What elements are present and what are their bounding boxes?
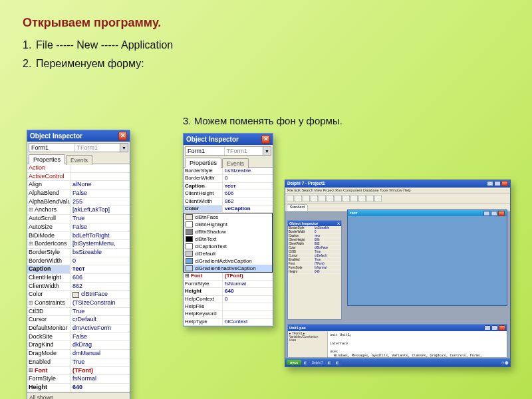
property-value[interactable]: bsSizeable [70,249,130,257]
property-value[interactable]: тест [222,183,273,190]
ide-toolbar[interactable] [285,194,510,203]
taskbar-item[interactable]: ◧ [334,360,341,365]
property-value[interactable]: crDefault [70,316,130,324]
property-row[interactable]: BorderStylebsSizeable [27,249,130,257]
property-value[interactable]: fsNormal [70,375,130,383]
property-value[interactable]: 862 [313,242,341,245]
property-value[interactable]: 255 [70,198,130,206]
ide-titlebar[interactable]: Delphi 7 - Project1 [285,180,510,188]
property-row[interactable]: Captionтест [184,183,273,190]
property-value[interactable]: fsNormal [313,266,341,269]
maximize-icon[interactable] [494,181,501,186]
property-row[interactable]: AlphaBlendValue255 [27,198,130,207]
property-value[interactable]: bsSizeable [313,226,341,229]
property-value[interactable]: veCaption [222,205,273,212]
property-value[interactable]: alNone [70,181,130,189]
color-option[interactable]: clCaptionText [184,243,272,250]
property-row[interactable]: Ctl3DTrue [27,308,130,317]
property-row[interactable]: DefaultMonitordmActiveForm [27,325,130,333]
toolbar-button[interactable] [295,195,302,202]
taskbar-item[interactable]: ◧ [326,360,333,365]
property-row[interactable]: Captionтест [27,265,130,274]
property-row[interactable]: HelpContext0 [184,296,273,303]
property-row[interactable]: Font(TFont) [184,273,273,280]
property-value[interactable] [222,311,273,317]
property-row[interactable]: Anchors[akLeft,akTop] [27,206,130,215]
property-row[interactable]: AutoScrollTrue [27,215,130,223]
property-row[interactable]: AutoSizeFalse [27,223,130,232]
oi2-object-combo[interactable]: Form1 TForm1 ▼ [185,146,271,156]
property-row[interactable]: Height640 [184,288,273,295]
ide-code-titlebar[interactable]: Unit1.pas [288,325,507,331]
property-value[interactable]: bdLeftToRight [70,232,130,240]
property-row[interactable]: EnabledTrue [27,358,130,367]
property-value[interactable]: True [313,258,341,261]
tab-events[interactable]: Events [222,158,249,168]
toolbar-button[interactable] [303,195,310,202]
property-value[interactable]: dmManual [70,350,130,358]
close-icon[interactable]: ✕ [261,135,270,144]
property-value[interactable]: True [313,250,341,253]
property-value[interactable]: 862 [222,198,273,205]
ide-form-designer-area[interactable] [348,216,507,305]
minimize-icon[interactable] [487,181,493,186]
ide-menubar[interactable]: File Edit Search View Project Run Compon… [285,188,510,194]
property-row[interactable]: DragKinddkDrag [27,341,130,350]
property-row[interactable]: ClientWidth862 [27,283,130,291]
ide-form-titlebar[interactable]: тест [348,210,507,216]
property-row[interactable]: BorderWidth0 [27,257,130,266]
toolbar-button[interactable] [327,195,334,202]
property-row[interactable]: ClientHeight606 [27,274,130,283]
maximize-icon[interactable] [491,325,498,331]
property-value[interactable]: 606 [70,274,130,282]
property-value[interactable] [70,173,130,181]
toolbar-button[interactable] [334,195,342,202]
property-row[interactable]: Height640 [288,270,341,274]
color-option[interactable]: clDefault [184,250,272,257]
property-value[interactable]: False [70,190,130,198]
chevron-down-icon[interactable]: ▼ [263,147,271,155]
property-row[interactable]: ActiveControl [27,173,130,182]
tab-properties[interactable]: Properties [185,158,221,168]
property-row[interactable]: ColorveCaption [184,205,273,213]
property-value[interactable]: 0 [222,296,273,303]
property-row[interactable]: FormStylefsNormal [27,375,130,384]
property-value[interactable]: 640 [70,384,130,392]
property-value[interactable]: [biSystemMenu, [70,240,130,248]
property-row[interactable]: HelpFile [184,303,273,311]
color-option[interactable]: clGradientInactiveCaption [184,265,272,272]
property-row[interactable]: FormStylefsNormal [184,281,273,288]
close-icon[interactable]: ✕ [118,132,127,140]
oi1-property-list[interactable]: ActionActiveControlAlignalNoneAlphaBlend… [27,164,130,392]
property-value[interactable]: тест [313,234,341,237]
property-row[interactable]: DragModedmManual [27,350,130,358]
property-row[interactable]: Height640 [27,384,130,392]
property-row[interactable]: Constraints(TSizeConstrain [27,299,130,308]
property-row[interactable]: AlphaBlendFalse [27,190,130,198]
toolbar-button[interactable] [366,195,374,202]
property-row[interactable]: DockSiteFalse [27,333,130,342]
minimize-icon[interactable] [484,325,491,331]
property-row[interactable]: Action [27,164,130,173]
property-row[interactable]: CursorcrDefault [27,316,130,325]
property-value[interactable]: тест [70,265,130,273]
property-value[interactable]: clBtnFace [70,291,130,299]
property-value[interactable]: 0 [222,175,273,182]
property-row[interactable]: BorderIcons[biSystemMenu, [27,240,130,249]
code-editor-text[interactable]: unit Unit1; interface uses Windows, Mess… [328,331,507,357]
color-option[interactable]: clBtnHighlight [184,221,272,228]
property-row[interactable]: ColorclBtnFace [27,291,130,299]
start-button[interactable]: пуск [287,360,301,365]
property-value[interactable]: True [70,215,130,223]
close-icon[interactable] [501,181,508,186]
property-value[interactable]: 0 [313,230,341,233]
toolbar-button[interactable] [350,195,358,202]
maximize-icon[interactable] [491,211,497,216]
property-value[interactable]: (TFont) [70,367,130,375]
property-row[interactable]: BorderStylebsSizeable [184,168,273,175]
property-value[interactable]: 0 [70,257,130,265]
property-row[interactable]: Font(TFont) [27,367,130,376]
taskbar-item[interactable]: ◧ [302,360,309,365]
chevron-down-icon[interactable]: ▼ [120,144,128,152]
color-option[interactable]: clGradientActiveCaption [184,257,272,265]
